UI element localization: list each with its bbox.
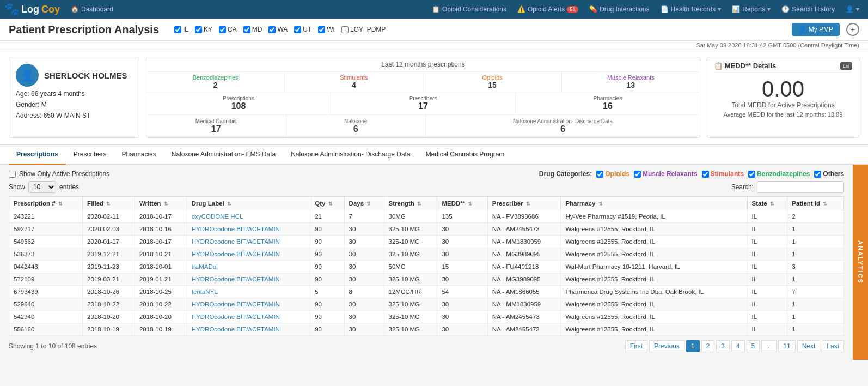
page-3-button[interactable]: 3 bbox=[716, 340, 730, 352]
table-cell: 325-10 MG bbox=[384, 323, 437, 336]
state-ut-checkbox[interactable] bbox=[294, 26, 301, 33]
user-chevron: ▾ bbox=[856, 5, 859, 13]
table-cell: 325-10 MG bbox=[384, 298, 437, 311]
table-cell: NA - MM1830959 bbox=[487, 298, 561, 311]
table-cell: 90 bbox=[310, 311, 344, 323]
patient-gender: Gender: M bbox=[16, 101, 132, 108]
show-active-checkbox[interactable] bbox=[9, 171, 16, 178]
drug-cat-others-checkbox[interactable] bbox=[814, 171, 821, 178]
drug-label-link[interactable]: HYDROcodone BIT/ACETAMIN bbox=[192, 326, 280, 333]
rx-stat-prescribers-label: Prescribers bbox=[333, 95, 513, 101]
page-1-button[interactable]: 1 bbox=[686, 340, 700, 352]
tab-prescriptions[interactable]: Prescriptions bbox=[9, 145, 66, 165]
page-prev-button[interactable]: Previous bbox=[649, 340, 684, 352]
medd-value: 0.00 bbox=[714, 77, 852, 101]
table-cell: 0442443 bbox=[9, 261, 83, 273]
mypmp-button[interactable]: 👤 My PMP bbox=[792, 23, 840, 36]
drug-label-link[interactable]: HYDROcodone BIT/ACETAMIN bbox=[192, 276, 280, 282]
rx-stat-prescribers: Prescribers 17 bbox=[331, 92, 516, 114]
state-il-checkbox[interactable] bbox=[174, 26, 181, 33]
page-5-button[interactable]: 5 bbox=[747, 340, 760, 352]
tab-naloxone-discharge[interactable]: Naloxone Administration- Discharge Data bbox=[283, 145, 418, 165]
state-wi-checkbox[interactable] bbox=[318, 26, 325, 33]
tab-naloxone-ems[interactable]: Naloxone Administration- EMS Data bbox=[164, 145, 283, 165]
table-cell: 529840 bbox=[9, 298, 83, 311]
page-next-button[interactable]: Next bbox=[797, 340, 821, 352]
col-header-written[interactable]: Written ⇅ bbox=[135, 197, 187, 210]
drug-label-link[interactable]: fentaNYL bbox=[192, 288, 218, 295]
nav-opioid-considerations[interactable]: 📋 Opioid Considerations bbox=[427, 5, 511, 13]
reports-chevron: ▾ bbox=[767, 5, 771, 13]
nav-health-records[interactable]: 📄 Health Records ▾ bbox=[656, 5, 726, 13]
entries-select[interactable]: 10 25 50 100 bbox=[28, 181, 56, 193]
nav-opioid-alerts[interactable]: ⚠️ Opioid Alerts 51 bbox=[513, 5, 583, 13]
state-ca-checkbox[interactable] bbox=[219, 26, 226, 33]
user-icon: 👤 bbox=[846, 5, 854, 13]
col-header-prescriber[interactable]: Prescriber ⇅ bbox=[487, 197, 561, 210]
table-cell: 30 bbox=[437, 311, 487, 323]
drug-cat-benzo-checkbox[interactable] bbox=[748, 171, 755, 178]
table-cell: 325-10 MG bbox=[384, 236, 437, 248]
drug-label-link[interactable]: HYDROcodone BIT/ACETAMIN bbox=[192, 226, 280, 232]
table-cell: 2020-02-11 bbox=[83, 210, 135, 223]
col-header-pharmacy[interactable]: Pharmacy ⇅ bbox=[561, 197, 747, 210]
drug-cat-opioids-checkbox[interactable] bbox=[596, 171, 603, 178]
medd-lnl-button[interactable]: Lnl bbox=[840, 62, 852, 70]
drug-label-link[interactable]: HYDROcodone BIT/ACETAMIN bbox=[192, 301, 280, 307]
col-header-days[interactable]: Days ⇅ bbox=[344, 197, 384, 210]
state-lgy-checkbox[interactable] bbox=[341, 26, 349, 33]
state-md-checkbox[interactable] bbox=[243, 26, 250, 33]
drug-label-link[interactable]: traMADol bbox=[192, 263, 218, 270]
rx-stat-naloxone: Naloxone 6 bbox=[286, 115, 426, 137]
drug-cat-opioids-label: Opioids bbox=[605, 170, 629, 178]
col-header-qty[interactable]: Qty ⇅ bbox=[310, 197, 344, 210]
add-button[interactable]: + bbox=[846, 23, 859, 36]
drug-label-link[interactable]: oxyCODONE HCL bbox=[192, 213, 243, 220]
filter-bottom-row: Show 10 25 50 100 entries Search: bbox=[9, 181, 844, 193]
drug-cat-muscle-checkbox[interactable] bbox=[634, 171, 641, 178]
col-header-strength[interactable]: Strength ⇅ bbox=[384, 197, 437, 210]
table-cell: 50MG bbox=[384, 261, 437, 273]
patient-name-row: 👤 SHERLOCK HOLMES bbox=[16, 64, 132, 87]
col-header-prescription[interactable]: Prescription # ⇅ bbox=[9, 197, 83, 210]
tab-medical-cannabis[interactable]: Medical Cannabis Program bbox=[418, 145, 512, 165]
tab-prescribers[interactable]: Prescribers bbox=[66, 145, 114, 165]
page-11-button[interactable]: 11 bbox=[778, 340, 795, 352]
table-cell: 549562 bbox=[9, 236, 83, 248]
home-icon: 🏠 bbox=[71, 5, 79, 13]
table-cell: 30 bbox=[344, 236, 384, 248]
patient-section: 👤 SHERLOCK HOLMES Age: 66 years 4 months… bbox=[0, 50, 868, 145]
state-wa-checkbox[interactable] bbox=[268, 26, 276, 33]
brand-logo[interactable]: 🐾 LogCoy bbox=[4, 2, 60, 16]
page-last-button[interactable]: Last bbox=[822, 340, 844, 352]
drug-label-link[interactable]: HYDROcodone BIT/ACETAMIN bbox=[192, 313, 280, 320]
nav-drug-interactions[interactable]: 💊 Drug Interactions bbox=[585, 5, 653, 13]
nav-search-history[interactable]: 🕑 Search History bbox=[777, 5, 839, 13]
page-4-button[interactable]: 4 bbox=[731, 340, 745, 352]
tab-pharmacies[interactable]: Pharmacies bbox=[114, 145, 163, 165]
table-cell: 30 bbox=[437, 323, 487, 336]
col-header-state[interactable]: State ⇅ bbox=[747, 197, 787, 210]
nav-dashboard[interactable]: 🏠 Dashboard bbox=[66, 5, 118, 13]
col-header-drug-label[interactable]: Drug Label ⇅ bbox=[187, 197, 310, 210]
table-cell: 30 bbox=[344, 311, 384, 323]
table-cell: Hy-Vee Pharmacy #1519, Peoria, IL bbox=[561, 210, 747, 223]
col-header-filled[interactable]: Filled ⇅ bbox=[83, 197, 135, 210]
table-cell: 1 bbox=[787, 323, 844, 336]
drug-cat-stimulants-checkbox[interactable] bbox=[702, 171, 709, 178]
drug-label-link[interactable]: HYDROcodone BIT/ACETAMIN bbox=[192, 251, 280, 257]
col-header-patient-id[interactable]: Patient Id ⇅ bbox=[787, 197, 844, 210]
col-header-medd[interactable]: MEDD** ⇅ bbox=[437, 197, 487, 210]
rx-summary: Last 12 months prescriptions Benzodiazep… bbox=[146, 57, 700, 138]
content-area: Show Only Active Prescriptions Drug Cate… bbox=[0, 165, 853, 360]
analytics-sidebar[interactable]: ANALYTICS bbox=[853, 165, 868, 360]
nav-user[interactable]: 👤 ▾ bbox=[841, 5, 864, 13]
rx-stat-pharmacies-val: 16 bbox=[518, 101, 698, 111]
drug-label-link[interactable]: HYDROcodone BIT/ACETAMIN bbox=[192, 238, 280, 245]
page-first-button[interactable]: First bbox=[625, 340, 647, 352]
drug-cat-benzo: Benzodiazepines bbox=[748, 170, 810, 178]
state-ky-checkbox[interactable] bbox=[195, 26, 202, 33]
nav-reports[interactable]: 📊 Reports ▾ bbox=[728, 5, 775, 13]
page-2-button[interactable]: 2 bbox=[701, 340, 715, 352]
search-input[interactable] bbox=[757, 181, 844, 193]
